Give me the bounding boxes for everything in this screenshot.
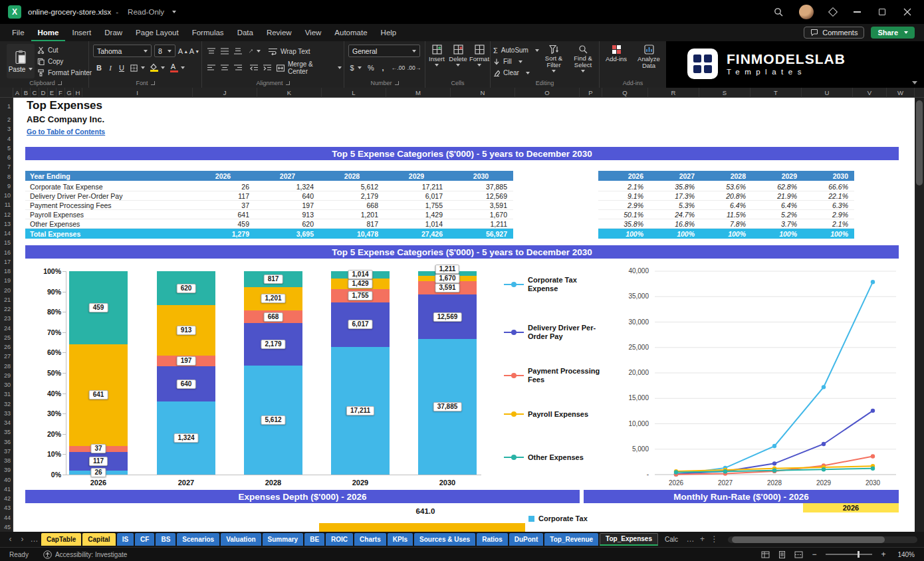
sheet-tab-kpis[interactable]: KPIs <box>388 533 413 546</box>
row-header-20[interactable]: 20 <box>0 286 13 295</box>
decrease-indent-button[interactable] <box>249 62 259 74</box>
column-header-H[interactable]: H <box>74 88 82 98</box>
horizontal-scrollbar[interactable] <box>728 536 917 543</box>
dialog-launcher-icon[interactable] <box>286 81 290 85</box>
sheet-tab-calc[interactable]: Calc <box>659 533 683 546</box>
comma-format-button[interactable]: , <box>379 62 387 74</box>
align-right-button[interactable] <box>233 62 243 74</box>
row-header-15[interactable]: 15 <box>0 238 13 247</box>
tab-menu-button[interactable]: ⋮ <box>709 532 719 547</box>
find-select-button[interactable]: Find & Select <box>569 45 597 72</box>
add-sheet-button[interactable]: + <box>697 532 707 547</box>
column-header-G[interactable]: G <box>65 88 74 98</box>
sheet-tab-ratios[interactable]: Ratios <box>477 533 508 546</box>
legend-item[interactable]: Corporate Tax Expense <box>504 275 609 294</box>
orientation-button[interactable] <box>249 45 261 57</box>
tab-overflow-right[interactable]: … <box>685 532 695 547</box>
font-family-select[interactable]: Tahoma <box>93 45 152 57</box>
comments-button[interactable]: Comments <box>804 27 864 39</box>
addins-button[interactable]: Add-ins <box>602 45 630 62</box>
sheet-tab-valuation[interactable]: Valuation <box>221 533 261 546</box>
column-header-A[interactable]: A <box>13 88 22 98</box>
tab-nav-right[interactable]: › <box>17 532 27 547</box>
grow-font-button[interactable]: A▲ <box>178 45 188 57</box>
row-header-40[interactable]: 40 <box>0 475 13 485</box>
search-icon[interactable] <box>774 7 783 17</box>
row-header-32[interactable]: 32 <box>0 399 13 409</box>
row-header-3[interactable]: 3 <box>0 124 13 134</box>
align-middle-button[interactable] <box>219 45 230 57</box>
tab-overflow-left[interactable]: … <box>29 532 39 547</box>
row-header-23[interactable]: 23 <box>0 314 13 323</box>
column-header-P[interactable]: P <box>580 88 602 98</box>
row-header-9[interactable]: 9 <box>0 181 13 191</box>
legend-item[interactable]: Payroll Expenses <box>504 405 609 423</box>
menu-draw[interactable]: Draw <box>98 24 129 41</box>
align-center-button[interactable] <box>219 62 230 74</box>
menu-help[interactable]: Help <box>374 24 404 41</box>
row-header-29[interactable]: 29 <box>0 371 13 380</box>
shrink-font-button[interactable]: A▼ <box>189 45 199 57</box>
column-header-C[interactable]: C <box>31 88 39 98</box>
row-header-33[interactable]: 33 <box>0 409 13 418</box>
column-header-J[interactable]: J <box>193 88 257 98</box>
sheet-tab-captable[interactable]: CapTable <box>41 533 81 546</box>
row-header-27[interactable]: 27 <box>0 352 13 361</box>
row-header-34[interactable]: 34 <box>0 418 13 427</box>
dialog-launcher-icon[interactable] <box>395 81 399 85</box>
sheet-tab-capital[interactable]: Capital <box>82 533 115 546</box>
column-header-U[interactable]: U <box>802 88 853 98</box>
menu-file[interactable]: File <box>5 24 31 41</box>
menu-formulas[interactable]: Formulas <box>185 24 231 41</box>
row-header-44[interactable]: 44 <box>0 513 13 522</box>
normal-view-icon[interactable] <box>761 550 770 559</box>
dialog-launcher-icon[interactable] <box>151 81 155 85</box>
merge-center-button[interactable]: Merge & Center <box>277 62 342 74</box>
format-painter-button[interactable]: Format Painter <box>37 68 92 78</box>
row-header-2[interactable]: 2 <box>0 115 13 124</box>
bold-button[interactable]: B <box>94 62 104 74</box>
column-header-E[interactable]: E <box>48 88 57 98</box>
menu-page-layout[interactable]: Page Layout <box>129 24 185 41</box>
row-header-8[interactable]: 8 <box>0 172 13 181</box>
number-format-select[interactable]: General <box>348 45 420 57</box>
sheet-tab-be[interactable]: BE <box>304 533 324 546</box>
row-header-26[interactable]: 26 <box>0 342 13 352</box>
sheet-tab-dupont[interactable]: DuPont <box>509 533 544 546</box>
sheet-tab-top-expenses[interactable]: Top_Expenses <box>600 533 658 546</box>
row-header-41[interactable]: 41 <box>0 485 13 494</box>
sort-filter-button[interactable]: Sort & Filter <box>540 45 568 72</box>
align-left-button[interactable] <box>206 62 217 74</box>
font-color-button[interactable]: A <box>169 62 185 74</box>
page-break-view-icon[interactable] <box>794 550 803 559</box>
row-header-38[interactable]: 38 <box>0 456 13 465</box>
column-header-I[interactable]: I <box>82 88 193 98</box>
sheet-tab-summary[interactable]: Summary <box>263 533 304 546</box>
legend-item[interactable]: Delivery Driver Per-Order Pay <box>504 323 609 342</box>
column-header-S[interactable]: S <box>699 88 751 98</box>
hscrollbar-thumb[interactable] <box>732 536 885 543</box>
increase-decimal-button[interactable]: ←.00 <box>391 62 405 74</box>
currency-format-button[interactable]: $ <box>348 62 363 74</box>
row-header-22[interactable]: 22 <box>0 304 13 314</box>
analyze-data-button[interactable]: Analyze Data <box>634 45 663 69</box>
row-header-4[interactable]: 4 <box>0 134 13 144</box>
column-header-F[interactable]: F <box>57 88 65 98</box>
avatar[interactable] <box>799 5 814 19</box>
zoom-level[interactable]: 140% <box>895 551 915 558</box>
row-header-25[interactable]: 25 <box>0 333 13 342</box>
row-header-13[interactable]: 13 <box>0 219 13 229</box>
row-header-16[interactable]: 16 <box>0 248 13 257</box>
delete-cells-button[interactable]: Delete <box>448 45 468 66</box>
menu-data[interactable]: Data <box>231 24 260 41</box>
zoom-out-button[interactable] <box>811 550 818 559</box>
insert-cells-button[interactable]: Insert <box>427 45 447 66</box>
legend-item[interactable]: Other Expenses <box>504 448 609 467</box>
maximize-button[interactable] <box>877 7 887 17</box>
sheet-tab-bs[interactable]: BS <box>156 533 175 546</box>
select-all-corner[interactable] <box>0 88 13 98</box>
column-header-M[interactable]: M <box>386 88 451 98</box>
italic-button[interactable]: I <box>106 62 114 74</box>
row-header-12[interactable]: 12 <box>0 210 13 219</box>
sheet-tab-top-revenue[interactable]: Top_Revenue <box>544 533 598 546</box>
